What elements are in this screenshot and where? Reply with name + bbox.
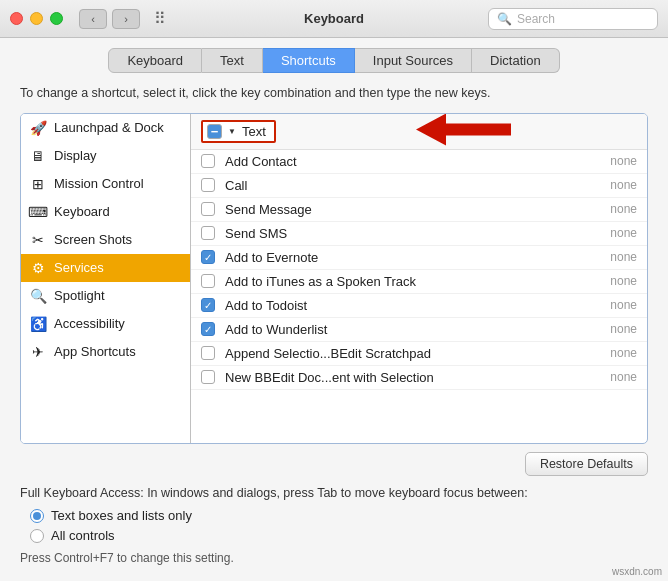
red-arrow-indicator bbox=[416, 114, 516, 153]
sidebar-item-launchpad[interactable]: 🚀 Launchpad & Dock bbox=[21, 114, 190, 142]
shortcut-label: Add Contact bbox=[225, 154, 600, 169]
sidebar-item-appshortcuts[interactable]: ✈ App Shortcuts bbox=[21, 338, 190, 366]
press-note: Press Control+F7 to change this setting. bbox=[20, 551, 648, 565]
shortcut-value: none bbox=[610, 226, 637, 240]
shortcut-label: Send SMS bbox=[225, 226, 600, 241]
shortcut-item-call[interactable]: Call none bbox=[191, 174, 647, 198]
shortcut-checkbox-send-sms[interactable] bbox=[201, 226, 215, 240]
shortcut-checkbox-add-todoist[interactable] bbox=[201, 298, 215, 312]
titlebar: ‹ › ⠿ Keyboard 🔍 Search bbox=[0, 0, 668, 38]
back-button[interactable]: ‹ bbox=[79, 9, 107, 29]
radio-circle-text-boxes[interactable] bbox=[30, 509, 44, 523]
services-icon: ⚙ bbox=[29, 259, 47, 277]
shortcut-item-add-contact[interactable]: Add Contact none bbox=[191, 150, 647, 174]
sidebar-item-display[interactable]: 🖥 Display bbox=[21, 142, 190, 170]
sidebar-item-label: Mission Control bbox=[54, 176, 144, 191]
shortcut-item-add-todoist[interactable]: Add to Todoist none bbox=[191, 294, 647, 318]
restore-btn-row: Restore Defaults bbox=[20, 452, 648, 476]
sidebar-item-accessibility[interactable]: ♿ Accessibility bbox=[21, 310, 190, 338]
shortcut-item-add-wunderlist[interactable]: Add to Wunderlist none bbox=[191, 318, 647, 342]
sidebar-item-label: Spotlight bbox=[54, 288, 105, 303]
panel-area: 🚀 Launchpad & Dock 🖥 Display ⊞ Mission C… bbox=[20, 113, 648, 445]
shortcut-item-send-message[interactable]: Send Message none bbox=[191, 198, 647, 222]
launchpad-icon: 🚀 bbox=[29, 119, 47, 137]
shortcut-value: none bbox=[610, 178, 637, 192]
text-section-label: Text bbox=[242, 124, 266, 139]
shortcut-checkbox-add-itunes[interactable] bbox=[201, 274, 215, 288]
text-expand-checkbox[interactable]: − bbox=[207, 124, 222, 139]
shortcut-label: Send Message bbox=[225, 202, 600, 217]
shortcut-checkbox-send-message[interactable] bbox=[201, 202, 215, 216]
shortcut-item-send-sms[interactable]: Send SMS none bbox=[191, 222, 647, 246]
minimize-button[interactable] bbox=[30, 12, 43, 25]
shortcut-checkbox-add-contact[interactable] bbox=[201, 154, 215, 168]
screenshot-icon: ✂ bbox=[29, 231, 47, 249]
watermark: wsxdn.com bbox=[612, 566, 662, 577]
shortcut-value: none bbox=[610, 274, 637, 288]
sidebar-item-keyboard[interactable]: ⌨ Keyboard bbox=[21, 198, 190, 226]
tab-dictation[interactable]: Dictation bbox=[472, 48, 560, 73]
radio-circle-all-controls[interactable] bbox=[30, 529, 44, 543]
sidebar-item-screenshots[interactable]: ✂ Screen Shots bbox=[21, 226, 190, 254]
radio-group: Text boxes and lists only All controls bbox=[30, 508, 648, 543]
shortcut-checkbox-add-evernote[interactable] bbox=[201, 250, 215, 264]
maximize-button[interactable] bbox=[50, 12, 63, 25]
shortcut-value: none bbox=[610, 298, 637, 312]
text-header-box[interactable]: − ▼ Text bbox=[201, 120, 276, 143]
search-bar[interactable]: 🔍 Search bbox=[488, 8, 658, 30]
sidebar-item-mission[interactable]: ⊞ Mission Control bbox=[21, 170, 190, 198]
sidebar-item-label: Screen Shots bbox=[54, 232, 132, 247]
tab-keyboard[interactable]: Keyboard bbox=[108, 48, 202, 73]
close-button[interactable] bbox=[10, 12, 23, 25]
shortcut-label: Append Selectio...BEdit Scratchpad bbox=[225, 346, 600, 361]
shortcut-checkbox-call[interactable] bbox=[201, 178, 215, 192]
text-header-row: − ▼ Text bbox=[191, 114, 647, 150]
sidebar-item-label: Keyboard bbox=[54, 204, 110, 219]
shortcut-label: Add to Wunderlist bbox=[225, 322, 600, 337]
shortcut-value: none bbox=[610, 370, 637, 384]
sidebar-item-label: App Shortcuts bbox=[54, 344, 136, 359]
shortcut-item-add-itunes[interactable]: Add to iTunes as a Spoken Track none bbox=[191, 270, 647, 294]
shortcut-checkbox-append-bedit[interactable] bbox=[201, 346, 215, 360]
shortcuts-list: Add Contact none Call none Send Message … bbox=[191, 150, 647, 444]
shortcut-value: none bbox=[610, 154, 637, 168]
tab-text[interactable]: Text bbox=[202, 48, 263, 73]
bottom-section: Restore Defaults Full Keyboard Access: I… bbox=[20, 452, 648, 565]
radio-label-text-boxes: Text boxes and lists only bbox=[51, 508, 192, 523]
triangle-icon: ▼ bbox=[228, 127, 236, 136]
shortcut-label: Add to Evernote bbox=[225, 250, 600, 265]
tab-input-sources[interactable]: Input Sources bbox=[355, 48, 472, 73]
display-icon: 🖥 bbox=[29, 147, 47, 165]
window-title: Keyboard bbox=[304, 11, 364, 26]
accessibility-icon: ♿ bbox=[29, 315, 47, 333]
radio-label-all-controls: All controls bbox=[51, 528, 115, 543]
shortcut-item-new-bbedit[interactable]: New BBEdit Doc...ent with Selection none bbox=[191, 366, 647, 390]
shortcut-item-add-evernote[interactable]: Add to Evernote none bbox=[191, 246, 647, 270]
instruction-text: To change a shortcut, select it, click t… bbox=[20, 85, 648, 103]
mission-icon: ⊞ bbox=[29, 175, 47, 193]
shortcut-label: Add to Todoist bbox=[225, 298, 600, 313]
right-content: − ▼ Text Add Contact bbox=[191, 114, 647, 444]
restore-defaults-button[interactable]: Restore Defaults bbox=[525, 452, 648, 476]
sidebar-item-label: Launchpad & Dock bbox=[54, 120, 164, 135]
sidebar-item-spotlight[interactable]: 🔍 Spotlight bbox=[21, 282, 190, 310]
shortcut-label: Add to iTunes as a Spoken Track bbox=[225, 274, 600, 289]
keyboard-access-label: Full Keyboard Access: In windows and dia… bbox=[20, 486, 648, 500]
forward-button[interactable]: › bbox=[112, 9, 140, 29]
shortcut-item-append-bedit[interactable]: Append Selectio...BEdit Scratchpad none bbox=[191, 342, 647, 366]
nav-buttons: ‹ › bbox=[79, 9, 140, 29]
shortcut-value: none bbox=[610, 322, 637, 336]
tabs-bar: Keyboard Text Shortcuts Input Sources Di… bbox=[20, 48, 648, 73]
tab-shortcuts[interactable]: Shortcuts bbox=[263, 48, 355, 73]
sidebar: 🚀 Launchpad & Dock 🖥 Display ⊞ Mission C… bbox=[21, 114, 191, 444]
grid-icon: ⠿ bbox=[154, 9, 166, 28]
main-content: Keyboard Text Shortcuts Input Sources Di… bbox=[0, 38, 668, 581]
radio-all-controls[interactable]: All controls bbox=[30, 528, 648, 543]
shortcut-checkbox-add-wunderlist[interactable] bbox=[201, 322, 215, 336]
sidebar-item-services[interactable]: ⚙ Services bbox=[21, 254, 190, 282]
radio-text-boxes[interactable]: Text boxes and lists only bbox=[30, 508, 648, 523]
shortcut-checkbox-new-bbedit[interactable] bbox=[201, 370, 215, 384]
keyboard-icon: ⌨ bbox=[29, 203, 47, 221]
sidebar-item-label: Services bbox=[54, 260, 104, 275]
sidebar-item-label: Accessibility bbox=[54, 316, 125, 331]
